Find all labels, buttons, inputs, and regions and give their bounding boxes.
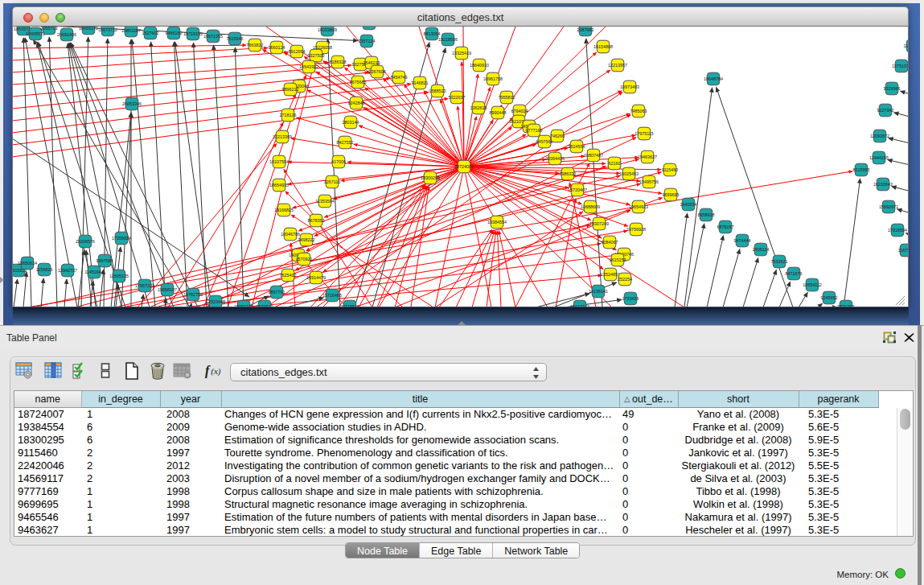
svg-text:19218506: 19218506 xyxy=(438,37,458,42)
svg-text:7632621: 7632621 xyxy=(771,259,788,264)
cell-out_de: 0 xyxy=(619,510,678,523)
memory-ok-icon[interactable] xyxy=(895,568,906,579)
cell-pagerank: 5.5E-5 xyxy=(799,459,878,472)
svg-text:14136141: 14136141 xyxy=(589,289,608,294)
svg-text:9474444: 9474444 xyxy=(734,238,751,243)
table-row[interactable]: 1872400712008Changes of HCN gene express… xyxy=(14,407,878,420)
cell-year: 1998 xyxy=(160,484,221,497)
svg-text:17016504: 17016504 xyxy=(888,228,907,233)
table-panel-titlebar: Table Panel xyxy=(0,325,924,348)
delete-table-button[interactable] xyxy=(173,362,191,381)
table-row[interactable]: 1456911722003Disruption of a novel membe… xyxy=(14,472,878,484)
cell-out_de: 0 xyxy=(619,446,678,459)
svg-text:17975115: 17975115 xyxy=(634,131,654,136)
table-row[interactable]: 1830029562008Estimation of significance … xyxy=(14,433,878,446)
cell-pagerank: 5.3E-5 xyxy=(799,472,878,484)
svg-text:5322037: 5322037 xyxy=(449,95,466,100)
svg-text:12942737: 12942737 xyxy=(58,268,77,273)
combo-value: citations_edges.txt xyxy=(240,366,327,378)
svg-text:9857791: 9857791 xyxy=(269,290,285,295)
table-panel-title: Table Panel xyxy=(6,332,57,344)
cell-title: Embryonic stem cells: a model to study s… xyxy=(221,523,619,536)
cell-out_de: 0 xyxy=(619,433,678,446)
right-splitter[interactable] xyxy=(918,325,922,585)
column-header-short[interactable]: short xyxy=(678,391,799,407)
svg-text:15716485: 15716485 xyxy=(322,293,342,298)
new-column-button[interactable] xyxy=(125,362,139,382)
svg-text:9466160: 9466160 xyxy=(166,31,183,35)
tab-node-table[interactable]: Node Table xyxy=(346,543,420,558)
row-height-button[interactable] xyxy=(101,362,110,381)
window-titlebar[interactable]: citations_edges.txt xyxy=(12,6,909,27)
cell-name: 9115460 xyxy=(14,446,81,459)
svg-text:9227342: 9227342 xyxy=(877,108,894,113)
column-header-title[interactable]: title xyxy=(221,391,619,407)
delete-columns-button[interactable] xyxy=(150,362,166,382)
show-columns-button[interactable] xyxy=(44,362,62,381)
table-browser-panel: f(x) citations_edges.txt namein_degreeye… xyxy=(10,356,916,546)
table-row[interactable]: 946554611997Estimation of the future num… xyxy=(14,510,878,523)
data-table[interactable]: namein_degreeyeartitle△out_de…shortpager… xyxy=(14,391,879,536)
cell-year: 2009 xyxy=(160,420,221,433)
column-header-in_degree[interactable]: in_degree xyxy=(81,391,160,407)
float-window-icon[interactable] xyxy=(883,331,897,344)
cell-out_de: 0 xyxy=(619,497,678,510)
tab-network-table[interactable]: Network Table xyxy=(493,543,579,558)
svg-text:7485063: 7485063 xyxy=(630,109,647,113)
cell-short: Nakamura et al. (1997) xyxy=(678,510,799,523)
status-bar: Memory: OK xyxy=(0,563,918,585)
resize-grip-icon[interactable] xyxy=(894,295,906,305)
cell-name: 18300295 xyxy=(14,433,81,446)
column-header-pagerank[interactable]: pagerank xyxy=(799,391,878,407)
table-row[interactable]: 1938455462009Genome-wide association stu… xyxy=(14,420,878,433)
function-builder-button[interactable]: f(x) xyxy=(204,363,225,381)
table-row[interactable]: 969969511998Structural magnetic resonanc… xyxy=(14,497,878,510)
table-row[interactable]: 911546021997Tourette syndrome. Phenomeno… xyxy=(14,446,878,459)
svg-text:18300295: 18300295 xyxy=(421,175,440,180)
cell-name: 9699695 xyxy=(14,497,81,510)
column-header-name[interactable]: name xyxy=(14,391,81,407)
cell-in_degree: 2 xyxy=(81,446,160,459)
cell-name: 18724007 xyxy=(14,407,81,420)
svg-text:9997588: 9997588 xyxy=(97,258,113,263)
svg-text:18307249: 18307249 xyxy=(589,221,609,226)
graph-node xyxy=(363,27,376,30)
svg-text:10025453: 10025453 xyxy=(619,171,639,176)
select-all-button[interactable] xyxy=(72,362,88,381)
table-select-combo[interactable]: citations_edges.txt xyxy=(230,363,547,381)
svg-text:10671355: 10671355 xyxy=(203,34,223,39)
node-table: namein_degreeyeartitle△out_de…shortpager… xyxy=(14,390,914,537)
cell-year: 2012 xyxy=(160,459,221,472)
svg-text:9084067: 9084067 xyxy=(602,240,618,245)
close-icon[interactable] xyxy=(904,332,914,343)
cell-short: Dudbridge et al. (2008) xyxy=(678,433,799,446)
svg-text:9242848: 9242848 xyxy=(348,101,365,105)
left-splitter-icon[interactable] xyxy=(0,277,4,283)
table-row[interactable]: 2242004622012Investigating the contribut… xyxy=(14,459,878,472)
svg-text:11451944: 11451944 xyxy=(84,270,104,274)
table-row[interactable]: 977716911998Corpus callosum shape and si… xyxy=(14,484,878,497)
svg-text:62160: 62160 xyxy=(609,161,621,166)
function-builder-icon: f(x) xyxy=(204,369,225,381)
svg-text:20715519: 20715519 xyxy=(340,304,359,307)
svg-text:2718126: 2718126 xyxy=(280,113,297,117)
column-header-year[interactable]: year xyxy=(160,391,221,407)
svg-text:3498222: 3498222 xyxy=(298,237,315,242)
network-canvas[interactable]: 1853572112405571205571320691406106553711… xyxy=(12,27,909,307)
cell-name: 14569117 xyxy=(14,472,81,484)
cell-short: Tibbo et al. (1998) xyxy=(678,484,799,497)
svg-text:2367608: 2367608 xyxy=(369,69,386,74)
table-row[interactable]: 946362711997Embryonic stem cells: a mode… xyxy=(14,523,878,536)
table-scrollbar[interactable] xyxy=(897,408,913,537)
svg-text:1570921: 1570921 xyxy=(296,257,313,262)
cell-title: Genome-wide association studies in ADHD. xyxy=(221,420,619,433)
cell-year: 2008 xyxy=(160,407,221,420)
table-mode-button[interactable] xyxy=(15,362,33,381)
svg-text:12505135: 12505135 xyxy=(109,274,129,278)
svg-text:3267110: 3267110 xyxy=(324,179,341,184)
svg-text:12405571: 12405571 xyxy=(26,31,45,36)
svg-text:10107554: 10107554 xyxy=(269,159,289,164)
scrollbar-thumb[interactable] xyxy=(900,409,910,430)
tab-edge-table[interactable]: Edge Table xyxy=(420,543,493,558)
column-header-out_de[interactable]: △out_de… xyxy=(619,391,678,407)
